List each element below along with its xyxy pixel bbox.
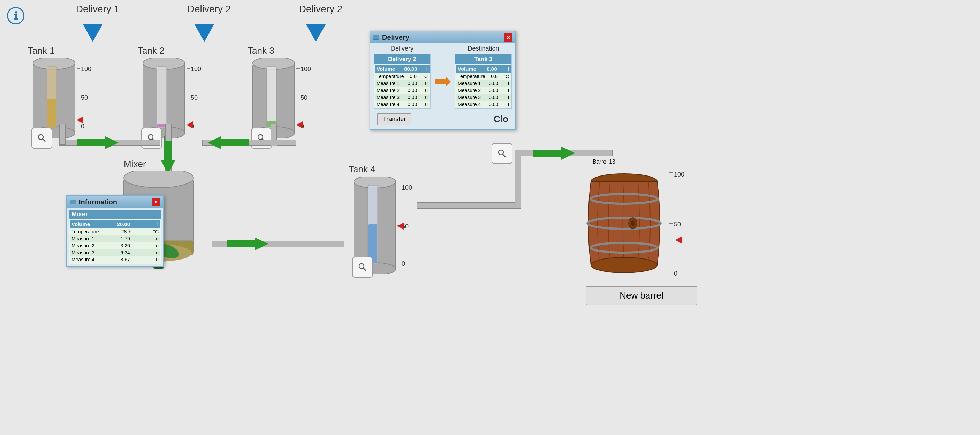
delivery-dialog-panels: Delivery 2 Volume 80.00 l Temperature0.0… — [370, 52, 515, 111]
tank3-container: Tank 3 100 50 0 — [248, 45, 307, 138]
tank2-scale-100: 100 — [191, 65, 201, 73]
delivery3-arrow — [306, 24, 326, 42]
tank3-label: Tank 3 — [248, 45, 307, 56]
tank2-marker — [186, 121, 193, 128]
mixer-label: Mixer — [124, 159, 146, 169]
svg-point-9 — [38, 135, 43, 140]
svg-rect-25 — [267, 67, 277, 127]
green-arrow-tank2-down — [161, 136, 175, 176]
pipe-v-tank4-barrel — [515, 150, 521, 209]
information-rows: Volume20.00l Temperature28.7°C Measure 1… — [69, 219, 161, 264]
svg-line-57 — [363, 268, 366, 271]
delivery-left-m4: Measure 40.00u — [375, 101, 430, 108]
tank4-scale-0: 0 — [402, 260, 405, 268]
svg-point-31 — [258, 135, 263, 140]
delivery-left-volume-header: Volume 80.00 l — [375, 65, 430, 73]
tank3-marker — [296, 121, 302, 128]
information-dialog-close-btn[interactable]: ✕ — [152, 198, 161, 206]
tank1-scale-100: 100 — [81, 65, 91, 73]
magnify-icon — [358, 262, 368, 272]
delivery-panel-left-header: Delivery — [374, 45, 431, 52]
delivery-right-volume-header: Volume0.00l — [456, 65, 511, 73]
barrel-area: 100 50 0 — [586, 171, 689, 276]
svg-marker-58 — [533, 147, 575, 160]
tank4-marker — [398, 223, 404, 229]
tank2-scale-50: 50 — [191, 94, 198, 102]
delivery-dialog-spacer — [434, 45, 452, 52]
tank4-magnify-btn[interactable] — [352, 257, 373, 278]
tank1-magnify-btn[interactable] — [31, 127, 52, 148]
delivery-dialog-close-btn[interactable]: ✕ — [504, 33, 512, 41]
tank3-body: 100 50 0 — [248, 58, 307, 138]
svg-line-60 — [503, 154, 506, 157]
info-volume-row: Volume20.00l — [70, 220, 161, 228]
svg-line-10 — [43, 139, 45, 142]
tank3-scale-50: 50 — [301, 94, 307, 102]
delivery-right-panel: Tank 3 Volume0.00l Temperature0.0°C Meas… — [455, 54, 512, 109]
green-arrow-mixer-tank4 — [227, 237, 269, 252]
tank1-scale-50: 50 — [81, 94, 88, 102]
info-icon[interactable]: ℹ — [7, 7, 24, 24]
delivery-panel-right-header: Destination — [455, 45, 512, 52]
delivery1-arrow — [83, 24, 102, 42]
pipe-corner-tank3 — [270, 140, 277, 146]
tank4-label: Tank 4 — [348, 164, 408, 175]
svg-point-20 — [148, 135, 153, 140]
delivery1-label: Delivery 1 — [70, 3, 126, 14]
delivery-close-btn[interactable]: Clo — [494, 114, 508, 124]
delivery-dialog-title: Delivery — [382, 33, 409, 41]
tank1-scale-0: 0 — [81, 123, 84, 130]
barrel-svg — [586, 171, 662, 276]
pipe-v-tank2-h — [165, 124, 172, 141]
information-dialog-title: Information — [79, 198, 117, 206]
svg-point-56 — [359, 264, 364, 269]
svg-marker-72 — [435, 76, 451, 87]
delivery2-label: Delivery 2 — [181, 3, 237, 14]
delivery-left-m2: Measure 20.00u — [375, 87, 430, 94]
barrel-scale-100: 100 — [674, 171, 684, 178]
delivery-right-temp: Temperature0.0°C — [456, 73, 511, 80]
barrel-marker — [675, 236, 682, 244]
delivery-right-rows: Volume0.00l Temperature0.0°C Measure 10.… — [455, 64, 511, 108]
delivery-left-m1: Measure 10.00u — [375, 80, 430, 87]
svg-point-59 — [498, 150, 503, 155]
delivery-right-m4: Measure 40.00u — [456, 101, 511, 108]
info-dialog-icon — [70, 199, 76, 204]
tank1-label: Tank 1 — [28, 45, 87, 56]
tank3-scale-100: 100 — [301, 65, 311, 73]
dialog-icon — [373, 35, 379, 40]
delivery-right-m3: Measure 30.00u — [456, 94, 511, 101]
magnify-icon — [497, 148, 507, 158]
delivery-right-m1: Measure 10.00u — [456, 80, 511, 87]
info-m3-row: Measure 36.34u — [70, 249, 161, 256]
svg-marker-34 — [207, 136, 249, 149]
tank1-container: Tank 1 100 50 0 — [28, 45, 87, 138]
delivery-right-m2: Measure 20.00u — [456, 87, 511, 94]
info-m4-row: Measure 48.67u — [70, 256, 161, 263]
delivery-left-rows: Volume 80.00 l Temperature0.0°C Measure … — [374, 64, 430, 108]
delivery-left-panel: Delivery 2 Volume 80.00 l Temperature0.0… — [374, 54, 431, 109]
barrel-area-magnify-btn[interactable] — [492, 143, 512, 164]
svg-marker-35 — [161, 136, 175, 174]
svg-point-67 — [631, 220, 635, 226]
new-barrel-button[interactable]: New barrel — [586, 286, 697, 305]
information-dialog: Information ✕ Mixer Volume20.00l Tempera… — [66, 195, 164, 266]
tank1-marker — [77, 116, 83, 123]
barrel-label: Barrel 13 — [593, 159, 615, 165]
pipe-v-tank1-h — [59, 124, 65, 145]
tank1-svg — [28, 58, 87, 138]
delivery-dialog-footer: Transfer Clo — [370, 111, 515, 129]
barrel-scale: 100 50 0 — [668, 171, 689, 276]
tank4-scale-100: 100 — [402, 184, 412, 191]
svg-marker-33 — [77, 136, 119, 149]
tank4-container: Tank 4 100 50 0 — [348, 164, 408, 274]
delivery2-arrow — [194, 24, 214, 42]
delivery-left-title: Delivery 2 — [374, 54, 430, 64]
green-arrow-tank1-right — [77, 136, 119, 151]
transfer-button[interactable]: Transfer — [377, 113, 411, 125]
information-dialog-titlebar: Information ✕ — [67, 196, 163, 208]
delivery-dialog-arrow — [434, 54, 452, 109]
green-arrow-tank3-left — [207, 136, 249, 151]
delivery-dialog: Delivery ✕ Delivery Destination Delivery… — [369, 31, 516, 130]
barrel-scale-50: 50 — [674, 221, 681, 228]
